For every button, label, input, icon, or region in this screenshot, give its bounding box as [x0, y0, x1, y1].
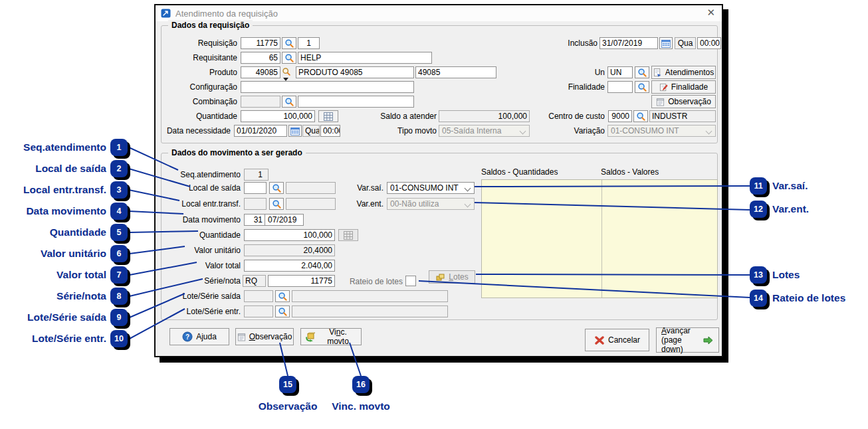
seq-atendimento-field: 1: [244, 169, 269, 181]
finalidade-button[interactable]: Finalidade: [651, 80, 716, 94]
annotation-label: Local entr.transf.: [0, 181, 106, 199]
group-title: Dados da requisição: [168, 20, 253, 31]
saldo-atender-field: 100,000: [439, 110, 530, 122]
search-icon: [272, 199, 282, 209]
rateio-lotes-checkbox[interactable]: [405, 276, 416, 286]
observacao-top-button[interactable]: Observação: [651, 95, 716, 108]
titlebar: Atendimento da requisição: [156, 5, 722, 21]
svg-text:?: ?: [185, 333, 189, 341]
finalidade-label: Finalidade: [525, 81, 605, 93]
local-entr-label: Local entr.transf.: [161, 198, 241, 210]
valor-unitario-field: 20,4000: [244, 244, 335, 256]
produto-label: Produto: [161, 66, 237, 78]
mov-quantidade-field[interactable]: 100,000: [244, 229, 335, 241]
requisicao-number-field[interactable]: 11775: [241, 37, 280, 49]
annotation-label: Local de saída: [0, 160, 106, 177]
combinacao-search-button[interactable]: [282, 96, 296, 108]
valor-total-field[interactable]: 2.040,00: [244, 260, 335, 272]
inclusao-weekday-field: Qua: [675, 37, 696, 49]
ajuda-button[interactable]: ? Ajuda: [169, 328, 229, 345]
data-movimento-label: Data movimento: [161, 214, 241, 226]
search-icon: [637, 82, 647, 92]
local-entr-code-field: [244, 198, 267, 210]
data-movimento-monthyear[interactable]: 07/2019: [265, 214, 296, 225]
annotation-badge: 13: [750, 266, 767, 284]
data-necessidade-calendar-button[interactable]: [288, 125, 302, 137]
annotation-badge: 12: [750, 201, 767, 218]
annotation-label: Valor unitário: [0, 245, 106, 262]
configuracao-field[interactable]: [241, 81, 414, 93]
lote-saida-search-button[interactable]: [275, 290, 290, 302]
produto-name-field: PRODUTO 49085: [296, 66, 414, 78]
close-icon[interactable]: ✕: [706, 7, 715, 19]
centro-custo-search-button[interactable]: [633, 110, 648, 122]
calendar-icon: [290, 127, 300, 135]
quantidade-field[interactable]: 100,000: [241, 110, 315, 122]
centro-custo-name-field: INDUSTR: [649, 110, 716, 122]
avancar-button[interactable]: Avançar (page down): [656, 327, 719, 353]
search-icon: [272, 183, 282, 193]
lote-entr-search-button[interactable]: [275, 305, 290, 317]
data-necessidade-date-field[interactable]: 01/01/2020: [234, 125, 287, 137]
finalidade-field[interactable]: [607, 81, 633, 93]
annotation-badge: 7: [110, 266, 128, 284]
annotation-label: Vinc. movto: [320, 400, 401, 413]
dialog-atendimento-requisicao: Atendimento da requisição ✕ Dados da req…: [154, 4, 723, 357]
local-saida-code-field[interactable]: [244, 182, 267, 194]
local-entr-search-button[interactable]: [269, 198, 284, 210]
annotation-badge: 3: [110, 181, 128, 199]
var-sai-dropdown[interactable]: 01-CONSUMO INT: [387, 182, 475, 194]
calendar-icon: [661, 39, 671, 48]
cancelar-button[interactable]: Cancelar: [585, 329, 649, 351]
requisicao-search-button[interactable]: [282, 37, 296, 49]
local-saida-search-button[interactable]: [269, 182, 284, 194]
annotation-badge: 8: [110, 288, 128, 305]
inclusao-calendar-button[interactable]: [659, 37, 673, 49]
finalidade-search-button[interactable]: [635, 81, 649, 93]
chevron-down-icon: [465, 201, 471, 208]
annotation-label: Seq.atendimento: [0, 139, 106, 156]
produto-code-field[interactable]: 49085: [241, 66, 280, 78]
quantidade-calc-button[interactable]: [318, 110, 338, 122]
inclusao-time-field[interactable]: 00:00: [697, 37, 721, 49]
un-search-button[interactable]: [635, 66, 649, 78]
cancel-x-icon: [594, 335, 605, 345]
requisitante-search-button[interactable]: [282, 52, 296, 64]
search-icon: [636, 112, 646, 122]
saldos-panel-divider: [601, 180, 602, 298]
grid-icon: [324, 112, 333, 121]
serie-nota-label: Série/nota: [161, 275, 241, 287]
arrow-right-icon: [703, 335, 714, 345]
centro-custo-code-field[interactable]: 9000: [608, 110, 632, 122]
un-field[interactable]: UN: [607, 66, 633, 78]
annotation-badge: 10: [110, 330, 128, 347]
chevron-down-icon: [465, 185, 471, 192]
search-icon: [278, 292, 288, 301]
annotation-badge: 14: [750, 290, 767, 307]
search-icon: [284, 97, 294, 107]
data-necessidade-time-field[interactable]: 00:00: [320, 125, 340, 137]
atendimentos-button[interactable]: Atendimentos: [651, 66, 716, 79]
local-saida-label: Local de saída: [161, 182, 241, 194]
un-label: Un: [525, 66, 605, 78]
notepad-icon: [237, 333, 246, 341]
requisitante-code-field[interactable]: 65: [241, 52, 280, 64]
annotation-label: Lotes: [772, 266, 800, 284]
app-icon: [161, 9, 171, 18]
saldo-atender-label: Saldo a atender: [357, 110, 437, 122]
var-ent-dropdown: 00-Não utiliza: [387, 198, 475, 210]
data-movimento-day[interactable]: 31: [245, 214, 265, 225]
mov-quantidade-label: Quantidade: [161, 229, 241, 241]
annotation-badge: 4: [110, 203, 128, 220]
variacao-dropdown: 01-CONSUMO INT: [607, 125, 716, 137]
vinc-movto-button[interactable]: Vinc. movto: [300, 328, 362, 345]
annotation-badge: 1: [110, 139, 128, 156]
observacao-bottom-button[interactable]: Observação: [235, 328, 294, 345]
requisicao-seq-field[interactable]: 1: [298, 37, 320, 49]
requisicao-label: Requisição: [161, 37, 237, 49]
search-icon[interactable]: [282, 67, 291, 76]
data-movimento-field[interactable]: 31 07/2019: [244, 214, 304, 226]
annotation-badge: 2: [110, 160, 128, 177]
inclusao-date-field[interactable]: 31/07/2019: [599, 37, 658, 49]
lote-saida-label: Lote/Série saída: [161, 290, 241, 302]
